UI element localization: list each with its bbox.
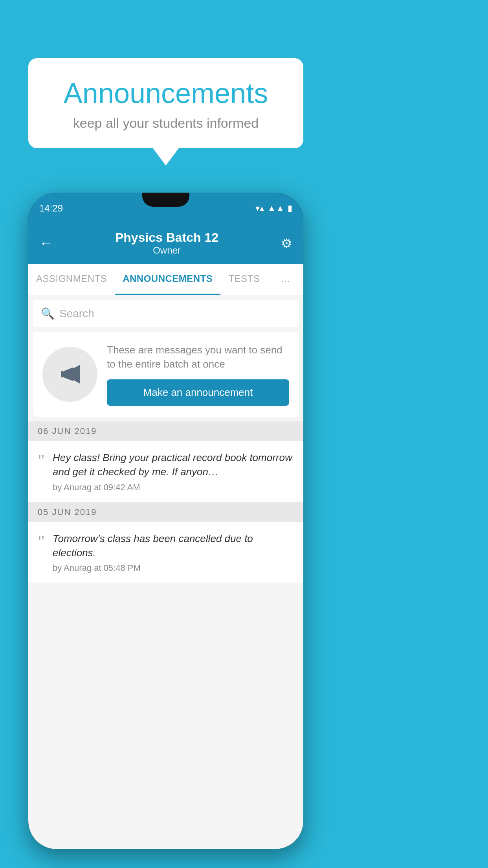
announcement-author-2: by Anurag at 05:48 PM xyxy=(53,563,294,573)
make-announcement-button[interactable]: Make an announcement xyxy=(107,379,289,406)
date-divider-1: 06 JUN 2019 xyxy=(28,421,303,441)
tabs-bar: ASSIGNMENTS ANNOUNCEMENTS TESTS … xyxy=(28,264,303,295)
quote-icon-1: " xyxy=(38,452,45,469)
announcement-text-area-2: Tomorrow's class has been cancelled due … xyxy=(53,531,294,574)
status-bar: 14:29 ▾▴ ▲▲ ▮ xyxy=(28,193,303,224)
header-title-area: Physics Batch 12 Owner xyxy=(53,230,281,256)
battery-icon: ▮ xyxy=(288,203,292,213)
announcement-author-1: by Anurag at 09:42 AM xyxy=(53,482,294,493)
batch-title: Physics Batch 12 xyxy=(53,230,281,245)
tab-assignments[interactable]: ASSIGNMENTS xyxy=(28,264,115,295)
page-subtitle: keep all your students informed xyxy=(49,116,283,131)
svg-marker-0 xyxy=(64,367,73,381)
search-placeholder: Search xyxy=(59,307,94,320)
svg-rect-2 xyxy=(61,371,64,377)
search-icon: 🔍 xyxy=(41,307,55,320)
announcement-text-area-1: Hey class! Bring your practical record b… xyxy=(53,451,294,493)
batch-role: Owner xyxy=(53,245,281,256)
back-button[interactable]: ← xyxy=(39,235,53,251)
status-time: 14:29 xyxy=(39,203,63,214)
tab-more[interactable]: … xyxy=(268,264,303,295)
promo-card: ✦ ✦ These are messages you want to send … xyxy=(33,332,299,417)
phone-frame: 14:29 ▾▴ ▲▲ ▮ ← Physics Batch 12 Owner ⚙… xyxy=(28,193,303,849)
app-header: ← Physics Batch 12 Owner ⚙ xyxy=(28,224,303,264)
svg-text:✦: ✦ xyxy=(77,372,80,375)
promo-description: These are messages you want to send to t… xyxy=(107,343,289,371)
wifi-icon: ▾▴ xyxy=(255,203,264,213)
megaphone-icon: ✦ ✦ xyxy=(57,362,83,387)
speech-bubble-card: Announcements keep all your students inf… xyxy=(28,58,303,148)
quote-icon-2: " xyxy=(38,533,45,550)
phone-notch xyxy=(142,193,189,207)
date-divider-2: 05 JUN 2019 xyxy=(28,502,303,522)
megaphone-circle: ✦ ✦ xyxy=(42,347,97,402)
announcement-item-1[interactable]: " Hey class! Bring your practical record… xyxy=(28,441,303,502)
signal-icon: ▲▲ xyxy=(267,203,284,213)
promo-content: These are messages you want to send to t… xyxy=(107,343,289,406)
announcement-text-2: Tomorrow's class has been cancelled due … xyxy=(53,531,294,560)
announcement-text-1: Hey class! Bring your practical record b… xyxy=(53,451,294,479)
page-title: Announcements xyxy=(49,77,283,109)
search-bar[interactable]: 🔍 Search xyxy=(33,300,299,327)
svg-text:✦: ✦ xyxy=(75,368,79,372)
settings-icon[interactable]: ⚙ xyxy=(281,236,292,251)
announcement-item-2[interactable]: " Tomorrow's class has been cancelled du… xyxy=(28,522,303,583)
tab-tests[interactable]: TESTS xyxy=(220,264,268,295)
status-icons: ▾▴ ▲▲ ▮ xyxy=(255,203,292,213)
tab-announcements[interactable]: ANNOUNCEMENTS xyxy=(115,264,220,295)
screen-content: 🔍 Search ✦ ✦ These are messages y xyxy=(28,295,303,849)
